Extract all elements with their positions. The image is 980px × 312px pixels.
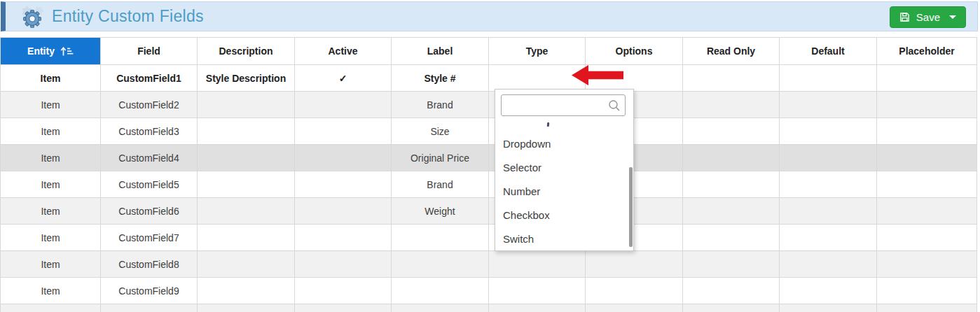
read_only-cell[interactable] — [683, 118, 780, 145]
column-header-field[interactable]: Field — [101, 38, 198, 65]
dropdown-scrollbar[interactable] — [629, 167, 633, 247]
active-cell[interactable]: ✓ — [295, 65, 392, 92]
default-cell[interactable] — [780, 65, 877, 92]
active-cell[interactable] — [295, 251, 392, 278]
type-cell[interactable] — [489, 278, 586, 304]
description-cell[interactable]: Style Description — [198, 65, 295, 92]
dropdown-option[interactable]: Checkbox — [495, 204, 633, 227]
field-cell[interactable]: CustomField6 — [101, 198, 198, 225]
field-cell[interactable]: CustomField5 — [101, 171, 198, 198]
read_only-cell[interactable] — [683, 171, 780, 198]
type-cell[interactable] — [489, 251, 586, 278]
dropdown-option[interactable]: Dropdown — [495, 132, 633, 156]
column-header-read_only[interactable]: Read Only — [683, 38, 780, 65]
read_only-cell[interactable] — [683, 304, 780, 312]
default-cell[interactable] — [780, 198, 877, 225]
field-cell[interactable]: CustomField9 — [101, 278, 198, 304]
column-header-type[interactable]: Type — [489, 38, 586, 65]
entity-cell[interactable]: Item — [1, 92, 101, 118]
placeholder-cell[interactable] — [877, 145, 977, 171]
entity-cell[interactable]: Item — [1, 145, 101, 171]
label-cell[interactable]: Brand — [392, 171, 489, 198]
read_only-cell[interactable] — [683, 278, 780, 304]
description-cell[interactable] — [198, 145, 295, 171]
type-cell[interactable] — [489, 65, 586, 92]
default-cell[interactable] — [780, 118, 877, 145]
field-cell[interactable]: CustomField10 — [101, 304, 198, 312]
active-cell[interactable] — [295, 225, 392, 251]
dropdown-option[interactable]: Number — [495, 180, 633, 204]
read_only-cell[interactable] — [683, 198, 780, 225]
column-header-default[interactable]: Default — [780, 38, 877, 65]
entity-cell[interactable]: Item — [1, 171, 101, 198]
description-cell[interactable] — [198, 251, 295, 278]
placeholder-cell[interactable] — [877, 92, 977, 118]
entity-cell[interactable]: Item — [1, 65, 101, 92]
field-cell[interactable]: CustomField2 — [101, 92, 198, 118]
description-cell[interactable] — [198, 92, 295, 118]
column-header-entity[interactable]: Entity — [1, 38, 101, 65]
dropdown-search-input[interactable] — [502, 95, 625, 115]
entity-cell[interactable]: Item — [1, 198, 101, 225]
read_only-cell[interactable] — [683, 65, 780, 92]
label-cell[interactable] — [392, 225, 489, 251]
default-cell[interactable] — [780, 145, 877, 171]
entity-cell[interactable]: Item — [1, 304, 101, 312]
active-cell[interactable] — [295, 92, 392, 118]
field-cell[interactable]: CustomField7 — [101, 225, 198, 251]
read_only-cell[interactable] — [683, 92, 780, 118]
label-cell[interactable] — [392, 304, 489, 312]
description-cell[interactable] — [198, 278, 295, 304]
active-cell[interactable] — [295, 171, 392, 198]
description-cell[interactable] — [198, 304, 295, 312]
description-cell[interactable] — [198, 171, 295, 198]
default-cell[interactable] — [780, 92, 877, 118]
field-cell[interactable]: CustomField1 — [101, 65, 198, 92]
label-cell[interactable] — [392, 251, 489, 278]
default-cell[interactable] — [780, 171, 877, 198]
default-cell[interactable] — [780, 304, 877, 312]
default-cell[interactable] — [780, 251, 877, 278]
active-cell[interactable] — [295, 278, 392, 304]
placeholder-cell[interactable] — [877, 65, 977, 92]
column-header-description[interactable]: Description — [198, 38, 295, 65]
default-cell[interactable] — [780, 225, 877, 251]
placeholder-cell[interactable] — [877, 171, 977, 198]
description-cell[interactable] — [198, 118, 295, 145]
dropdown-option[interactable]: Switch — [495, 227, 633, 251]
field-cell[interactable]: CustomField8 — [101, 251, 198, 278]
column-header-label[interactable]: Label — [392, 38, 489, 65]
dropdown-option[interactable]: Selector — [495, 156, 633, 180]
read_only-cell[interactable] — [683, 145, 780, 171]
placeholder-cell[interactable] — [877, 198, 977, 225]
active-cell[interactable] — [295, 198, 392, 225]
label-cell[interactable]: Style # — [392, 65, 489, 92]
active-cell[interactable] — [295, 145, 392, 171]
read_only-cell[interactable] — [683, 225, 780, 251]
active-cell[interactable] — [295, 118, 392, 145]
field-cell[interactable]: CustomField3 — [101, 118, 198, 145]
label-cell[interactable]: Original Price — [392, 145, 489, 171]
label-cell[interactable]: Weight — [392, 198, 489, 225]
options-cell[interactable] — [586, 304, 683, 312]
read_only-cell[interactable] — [683, 251, 780, 278]
entity-cell[interactable]: Item — [1, 278, 101, 304]
placeholder-cell[interactable] — [877, 118, 977, 145]
placeholder-cell[interactable] — [877, 304, 977, 312]
save-button[interactable]: Save — [890, 6, 966, 28]
options-cell[interactable] — [586, 278, 683, 304]
column-header-placeholder[interactable]: Placeholder — [877, 38, 977, 65]
label-cell[interactable]: Size — [392, 118, 489, 145]
column-header-active[interactable]: Active — [295, 38, 392, 65]
label-cell[interactable]: Brand — [392, 92, 489, 118]
active-cell[interactable] — [295, 304, 392, 312]
description-cell[interactable] — [198, 225, 295, 251]
placeholder-cell[interactable] — [877, 278, 977, 304]
default-cell[interactable] — [780, 278, 877, 304]
entity-cell[interactable]: Item — [1, 118, 101, 145]
placeholder-cell[interactable] — [877, 225, 977, 251]
entity-cell[interactable]: Item — [1, 225, 101, 251]
label-cell[interactable] — [392, 278, 489, 304]
description-cell[interactable] — [198, 198, 295, 225]
placeholder-cell[interactable] — [877, 251, 977, 278]
